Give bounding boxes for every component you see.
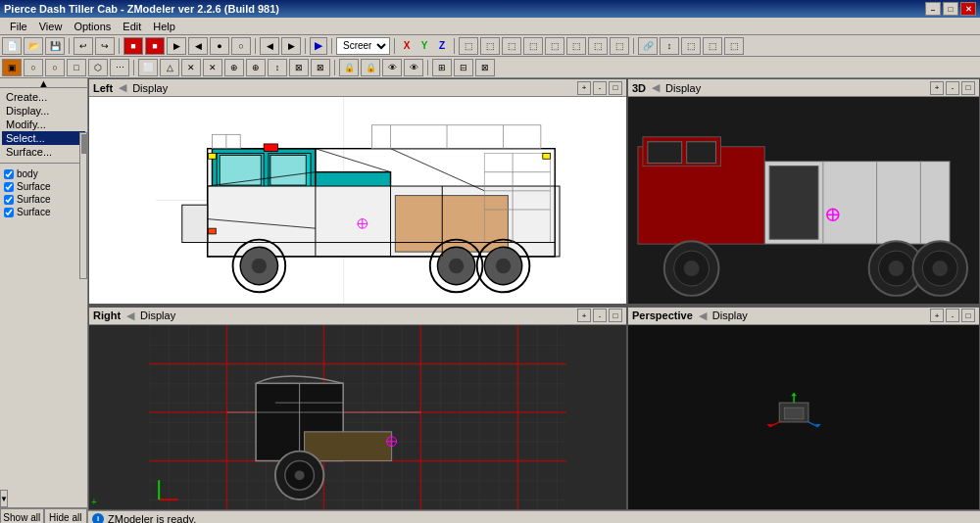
vp-perspective-controls: + - □ xyxy=(930,309,975,322)
scrollbar-thumb[interactable] xyxy=(81,134,87,154)
vp-left-maximize[interactable]: □ xyxy=(609,81,622,95)
menu-edit[interactable]: Edit xyxy=(117,20,147,33)
t2-btn7[interactable]: ⬜ xyxy=(138,59,158,76)
t2-btn17[interactable]: 🔒 xyxy=(361,59,380,76)
menu-file[interactable]: File xyxy=(4,20,33,33)
btn7[interactable]: ● xyxy=(210,37,229,55)
axis-y[interactable]: Y xyxy=(416,38,432,54)
t2-btn12[interactable]: ⊕ xyxy=(246,59,266,76)
t2-btn3[interactable]: ○ xyxy=(45,59,65,76)
tool7[interactable]: ⬚ xyxy=(588,37,608,55)
menu-view[interactable]: View xyxy=(33,20,69,33)
tool11[interactable]: ⬚ xyxy=(681,37,701,55)
panel-modify[interactable]: Modify... xyxy=(2,118,85,131)
maximize-button[interactable]: □ xyxy=(943,2,958,16)
t2-btn16[interactable]: 🔒 xyxy=(339,59,359,76)
tool5[interactable]: ⬚ xyxy=(545,37,564,55)
t2-btn5[interactable]: ⬡ xyxy=(88,59,108,76)
tool8[interactable]: ⬚ xyxy=(610,37,629,55)
panel-create[interactable]: Create... xyxy=(2,90,85,104)
redo-button[interactable]: ↪ xyxy=(95,37,115,55)
tool1[interactable]: ⬚ xyxy=(459,37,478,55)
vp-3d-zoom-out[interactable]: - xyxy=(946,81,959,95)
arrow-right[interactable]: ▶ xyxy=(281,37,301,55)
tool4[interactable]: ⬚ xyxy=(523,37,543,55)
t2-btn1[interactable]: ▣ xyxy=(2,59,22,76)
t2-btn15[interactable]: ⊠ xyxy=(311,59,330,76)
vp-right-content[interactable]: + xyxy=(89,325,626,509)
vp-perspective-zoom-in[interactable]: + xyxy=(930,309,944,322)
viewport-3d[interactable]: 3D ◀ Display + - □ xyxy=(627,78,980,305)
layer-body-checkbox[interactable] xyxy=(4,169,14,179)
tool12[interactable]: ⬚ xyxy=(703,37,722,55)
tool2[interactable]: ⬚ xyxy=(480,37,500,55)
scroll-up[interactable]: ▲ xyxy=(0,78,87,88)
vp-3d-content[interactable] xyxy=(628,97,979,304)
layer-surface2-checkbox[interactable] xyxy=(4,195,14,205)
close-button[interactable]: ✕ xyxy=(960,2,976,16)
scrollbar[interactable] xyxy=(79,132,87,279)
save-button[interactable]: 💾 xyxy=(45,37,65,55)
tool3[interactable]: ⬚ xyxy=(502,37,521,55)
tool13[interactable]: ⬚ xyxy=(724,37,744,55)
t2-btn21[interactable]: ⊟ xyxy=(454,59,473,76)
vp-perspective-zoom-out[interactable]: - xyxy=(946,309,959,322)
t2-btn2[interactable]: ○ xyxy=(24,59,43,76)
vp-3d-maximize[interactable]: □ xyxy=(961,81,975,95)
vp-right-zoom-in[interactable]: + xyxy=(577,309,591,322)
menu-help[interactable]: Help xyxy=(147,20,181,33)
vp-right-zoom-out[interactable]: - xyxy=(593,309,607,322)
btn4[interactable]: ■ xyxy=(145,37,165,55)
t2-btn10[interactable]: ✕ xyxy=(203,59,222,76)
layer-surface1-checkbox[interactable] xyxy=(4,182,14,192)
show-hide-bar: Show all Hide all xyxy=(0,507,87,523)
t2-btn22[interactable]: ⊠ xyxy=(475,59,495,76)
tool6[interactable]: ⬚ xyxy=(566,37,586,55)
btn8[interactable]: ○ xyxy=(231,37,251,55)
hide-all-button[interactable]: Hide all xyxy=(44,508,88,523)
vp-left-zoom-in[interactable]: + xyxy=(577,81,591,95)
viewport-right[interactable]: Right ◀ Display + - □ xyxy=(88,307,627,510)
arrow-left[interactable]: ◀ xyxy=(260,37,279,55)
t2-btn8[interactable]: △ xyxy=(160,59,179,76)
separator3 xyxy=(255,38,256,54)
t2-btn19[interactable]: 👁 xyxy=(404,59,423,76)
t2-btn13[interactable]: ↕ xyxy=(268,59,287,76)
layer-surface3-checkbox[interactable] xyxy=(4,208,14,217)
panel-select[interactable]: Select... xyxy=(2,131,85,145)
vp-right-maximize[interactable]: □ xyxy=(609,309,622,322)
t2-btn4[interactable]: □ xyxy=(67,59,86,76)
undo-button[interactable]: ↩ xyxy=(74,37,93,55)
t2-btn6[interactable]: ⋯ xyxy=(110,59,129,76)
t2-btn20[interactable]: ⊞ xyxy=(432,59,452,76)
vp-perspective-maximize[interactable]: □ xyxy=(961,309,975,322)
tool9[interactable]: 🔗 xyxy=(638,37,658,55)
vp-left-content[interactable] xyxy=(89,97,626,304)
t2-btn9[interactable]: ✕ xyxy=(181,59,201,76)
viewport-perspective[interactable]: Perspective ◀ Display + - □ xyxy=(627,307,980,510)
open-button[interactable]: 📂 xyxy=(24,37,43,55)
menu-options[interactable]: Options xyxy=(68,20,117,33)
mode-indicator: ▶ xyxy=(315,40,322,51)
vp-3d-zoom-in[interactable]: + xyxy=(930,81,944,95)
btn6[interactable]: ◀ xyxy=(188,37,208,55)
btn5[interactable]: ▶ xyxy=(167,37,186,55)
mode-dropdown[interactable]: Screer xyxy=(336,37,390,55)
vp-right-label: Right xyxy=(93,309,121,321)
btn3[interactable]: ■ xyxy=(123,37,143,55)
panel-display[interactable]: Display... xyxy=(2,104,85,118)
show-all-button[interactable]: Show all xyxy=(0,508,44,523)
minimize-button[interactable]: – xyxy=(925,2,941,16)
new-button[interactable]: 📄 xyxy=(2,37,22,55)
axis-x[interactable]: X xyxy=(399,38,415,54)
vp-perspective-content[interactable] xyxy=(628,325,979,509)
viewport-left[interactable]: Left ◀ Display + - □ xyxy=(88,78,627,305)
t2-btn18[interactable]: 👁 xyxy=(382,59,402,76)
tool10[interactable]: ↕ xyxy=(660,37,679,55)
t2-btn14[interactable]: ⊠ xyxy=(289,59,309,76)
scroll-down[interactable]: ▼ xyxy=(0,490,8,507)
axis-z[interactable]: Z xyxy=(434,38,450,54)
t2-btn11[interactable]: ⊕ xyxy=(224,59,244,76)
vp-left-zoom-out[interactable]: - xyxy=(593,81,607,95)
panel-surface[interactable]: Surface... xyxy=(2,145,85,159)
